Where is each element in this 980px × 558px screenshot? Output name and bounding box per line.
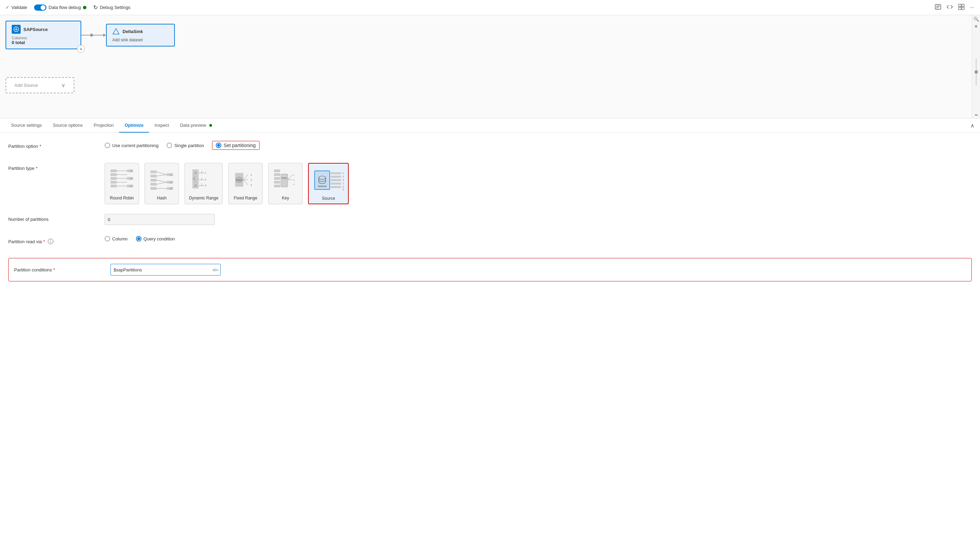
data-flow-debug-toggle[interactable]: Data flow debug <box>34 5 87 11</box>
svg-line-61 <box>243 180 248 185</box>
delta-sink-node[interactable]: DeltaSink Add sink dataset <box>106 24 175 46</box>
radio-set-partitioning-outlined[interactable]: Set partitioning <box>212 141 259 150</box>
svg-rect-38 <box>167 181 173 184</box>
fixed-range-diagram: Cond. 1 2 3 <box>233 166 258 194</box>
tab-optimize[interactable]: Optimize <box>119 118 149 133</box>
partition-card-source[interactable]: Source 1 2 3 1 2 3 Sou <box>308 163 349 204</box>
number-of-partitions-control <box>105 214 972 225</box>
more-options-button[interactable]: ··· <box>970 5 975 11</box>
collapse-panel-button[interactable]: ∧ <box>970 122 975 129</box>
svg-rect-83 <box>331 182 341 185</box>
partition-conditions-input[interactable] <box>111 264 221 276</box>
source-svg: Source 1 2 3 1 2 3 <box>313 168 344 192</box>
toolbar: ✓ Validate Data flow debug ↻ Debug Setti… <box>0 0 980 15</box>
svg-rect-81 <box>331 176 341 178</box>
svg-rect-6 <box>959 7 961 10</box>
svg-line-33 <box>157 175 167 176</box>
svg-text:3: 3 <box>205 184 206 187</box>
svg-line-34 <box>157 180 167 182</box>
number-of-partitions-input[interactable] <box>105 214 215 225</box>
partition-card-hash[interactable]: 1 2 3 Hash <box>145 163 179 204</box>
scrollbar-thumb[interactable] <box>975 70 978 74</box>
radio-single-partition[interactable]: Single partition <box>167 143 204 148</box>
chevron-down-icon: ∨ <box>61 82 65 89</box>
scroll-track <box>975 32 977 112</box>
flow-connector <box>81 33 106 37</box>
partition-card-key[interactable]: Keys 1 2 n Key <box>268 163 303 204</box>
required-star-4: * <box>53 267 55 272</box>
tab-source-options[interactable]: Source options <box>47 118 88 133</box>
key-diagram: Keys 1 2 n <box>273 166 298 194</box>
svg-rect-11 <box>111 169 117 172</box>
svg-text:Cond.: Cond. <box>236 179 243 181</box>
required-star-2: * <box>36 166 38 171</box>
svg-text:3: 3 <box>342 189 344 191</box>
hash-diagram: 1 2 3 <box>149 166 175 194</box>
source-diagram: Source 1 2 3 1 2 3 <box>313 166 344 194</box>
tab-source-settings[interactable]: Source settings <box>5 118 47 133</box>
toggle-switch[interactable] <box>34 5 46 11</box>
grid-icon-button[interactable] <box>958 4 965 11</box>
debug-settings-icon: ↻ <box>93 4 98 11</box>
radio-use-current[interactable]: Use current partitioning <box>105 143 158 148</box>
info-icon[interactable]: i <box>48 239 53 244</box>
validate-label: Validate <box>11 5 27 10</box>
partition-card-fixed-range[interactable]: Cond. 1 2 3 Fixed Range <box>228 163 263 204</box>
search-canvas-button[interactable]: 🔍 <box>973 16 979 22</box>
flow-row: SAPSource Columns: 0 total + DeltaSink A… <box>5 21 975 49</box>
add-node-button[interactable]: + <box>77 45 85 53</box>
svg-rect-7 <box>962 7 964 10</box>
arrow-head <box>103 33 106 37</box>
sap-source-icon <box>12 25 21 34</box>
svg-text:2: 2 <box>170 181 172 184</box>
svg-text:Z: Z <box>195 184 196 187</box>
tab-projection[interactable]: Projection <box>88 118 119 133</box>
svg-text:1: 1 <box>131 170 132 172</box>
dynamic-range-label: Dynamic Range <box>189 195 218 200</box>
dynamic-range-svg: A Z } 1 } 2 } 3 <box>192 168 216 192</box>
add-source-box[interactable]: Add Source ∨ <box>5 77 74 94</box>
script-icon-button[interactable] <box>935 4 941 11</box>
svg-rect-68 <box>274 181 280 184</box>
key-svg: Keys 1 2 n <box>273 168 298 192</box>
svg-text:3: 3 <box>170 187 172 190</box>
svg-rect-39 <box>167 187 173 190</box>
radio-query-condition[interactable]: Query condition <box>136 236 175 241</box>
dynamic-range-diagram: A Z } 1 } 2 } 3 <box>189 166 218 194</box>
sap-source-node[interactable]: SAPSource Columns: 0 total + <box>5 21 81 49</box>
zoom-in-button[interactable]: + <box>974 23 978 30</box>
sap-source-node-label: SAPSource <box>23 27 48 32</box>
divider-handle <box>975 115 978 115</box>
hash-svg: 1 2 3 <box>150 168 174 192</box>
svg-rect-37 <box>167 173 173 176</box>
validate-button[interactable]: ✓ Validate <box>5 5 27 10</box>
debug-settings-button[interactable]: ↻ Debug Settings <box>93 4 131 11</box>
radio-column[interactable]: Column <box>105 236 128 241</box>
svg-line-59 <box>243 175 248 180</box>
partition-card-round-robin[interactable]: 1 2 3 Round Robin <box>105 163 139 204</box>
svg-text:1: 1 <box>342 172 344 174</box>
tab-inspect[interactable]: Inspect <box>149 118 175 133</box>
svg-text:3: 3 <box>131 185 132 187</box>
fixed-range-svg: Cond. 1 2 3 <box>233 168 257 192</box>
svg-text:1: 1 <box>250 174 252 176</box>
partition-type-cards: 1 2 3 Round Robin <box>105 163 349 204</box>
partition-type-label: Partition type * <box>8 163 105 171</box>
svg-rect-66 <box>274 173 280 176</box>
svg-rect-29 <box>151 179 157 182</box>
svg-text:1: 1 <box>293 174 294 176</box>
partition-card-dynamic-range[interactable]: A Z } 1 } 2 } 3 Dynamic <box>185 163 223 204</box>
svg-text:1: 1 <box>205 172 206 174</box>
tab-data-preview[interactable]: Data preview <box>175 118 218 133</box>
partition-conditions-row: Partition conditions * abc <box>8 258 972 281</box>
svg-rect-22 <box>127 177 133 180</box>
svg-text:2: 2 <box>293 179 294 181</box>
svg-text:1: 1 <box>170 174 172 176</box>
svg-text:3: 3 <box>342 179 344 181</box>
add-sink-dataset[interactable]: Add sink dataset <box>112 38 169 43</box>
code-icon-button[interactable] <box>947 4 953 11</box>
hash-label: Hash <box>149 195 175 200</box>
svg-text:Source: Source <box>318 185 327 188</box>
svg-rect-65 <box>274 169 280 172</box>
fixed-range-label: Fixed Range <box>233 195 258 200</box>
